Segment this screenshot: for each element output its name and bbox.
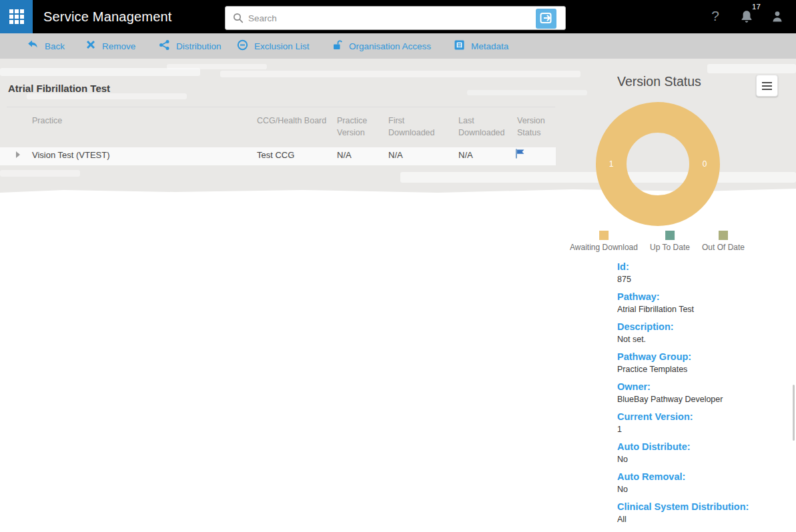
legend-item-up-to-date[interactable]: Up To Date [650, 231, 690, 252]
top-bar: Service Management ? 17 [0, 0, 796, 33]
toolbar-label: Remove [102, 41, 135, 51]
cell-last-downloaded: N/A [458, 150, 473, 160]
detail-label: Auto Distribute: [617, 441, 792, 453]
donut-slice-awaiting-download [611, 117, 705, 211]
distribution-button[interactable]: Distribution [159, 33, 222, 59]
column-header-last-downloaded: Last Downloaded [458, 115, 512, 139]
detail-value: All [617, 515, 792, 525]
legend-label: Up To Date [650, 243, 690, 252]
toolbar-label: Distribution [176, 41, 222, 51]
search-submit-button[interactable] [536, 9, 556, 29]
metadata-document-icon [454, 39, 465, 53]
search-icon [233, 13, 244, 26]
search-box [225, 6, 566, 30]
column-header-practice: Practice [32, 115, 165, 127]
donut-label-awaiting: 1 [609, 159, 614, 169]
legend-item-awaiting-download[interactable]: Awaiting Download [570, 231, 638, 252]
donut-label-up-to-date: 0 [703, 159, 707, 169]
panel-scrollbar[interactable] [793, 385, 795, 441]
toolbar-label: Organisation Access [349, 41, 431, 51]
open-padlock-icon [332, 39, 343, 53]
service-management-window: Service Management ? 17 [0, 0, 796, 532]
hamburger-icon [762, 82, 772, 83]
column-header-practice-version: Practice Version [337, 115, 378, 139]
action-toolbar: Back Remove Distribution Exclusion List … [0, 33, 796, 59]
texture-streak [0, 170, 80, 177]
cell-practice-version: N/A [337, 150, 352, 160]
share-icon [159, 39, 170, 53]
detail-value: 875 [617, 275, 792, 285]
app-launcher-button[interactable] [0, 0, 33, 33]
column-header-version-status: Version Status [517, 115, 556, 139]
minus-circle-icon [237, 39, 248, 53]
cell-practice: Vision Test (VTEST) [32, 150, 110, 160]
version-status-flag-icon[interactable] [515, 149, 525, 161]
back-button[interactable]: Back [27, 33, 65, 59]
column-header-first-downloaded: First Downloaded [388, 115, 442, 139]
waffle-grid-icon [9, 9, 24, 24]
toolbar-label: Metadata [471, 41, 508, 51]
legend-label: Out Of Date [702, 243, 745, 252]
chart-menu-button[interactable] [756, 75, 778, 97]
texture-streak [27, 93, 187, 99]
detail-value: BlueBay Pathway Developer [617, 395, 792, 405]
texture-streak [707, 64, 796, 73]
remove-button[interactable]: Remove [85, 33, 135, 59]
detail-label: Id: [617, 261, 792, 273]
version-status-donut-chart[interactable]: 1 0 [595, 101, 721, 227]
legend-item-out-of-date[interactable]: Out Of Date [702, 231, 745, 252]
remove-x-icon [85, 39, 96, 53]
metadata-button[interactable]: Metadata [454, 33, 508, 59]
row-expander-icon[interactable] [16, 151, 20, 158]
texture-streak [467, 90, 587, 95]
detail-label: Pathway Group: [617, 351, 792, 363]
legend-label: Awaiting Download [570, 243, 638, 252]
user-profile-icon[interactable] [771, 10, 784, 26]
pathway-details-list: Id: 875 Pathway: Atrial Fibrillation Tes… [617, 261, 792, 532]
table-header-divider [7, 107, 555, 107]
toolbar-label: Exclusion List [254, 41, 310, 51]
detail-value: Practice Templates [617, 365, 792, 375]
detail-label: Owner: [617, 381, 792, 393]
detail-label: Pathway: [617, 291, 792, 303]
notifications-bell-icon[interactable] [739, 9, 754, 27]
toolbar-label: Back [45, 41, 65, 51]
detail-label: Description: [617, 321, 792, 333]
notification-count-badge: 17 [752, 3, 761, 11]
legend-swatch [665, 231, 675, 240]
page-title: Atrial Fibrillation Test [8, 83, 110, 94]
cell-first-downloaded: N/A [388, 150, 403, 160]
texture-streak [167, 64, 267, 69]
panel-title: Version Status [617, 74, 701, 89]
back-icon [27, 39, 39, 53]
detail-label: Clinical System Distribution: [617, 501, 792, 513]
help-icon[interactable]: ? [709, 8, 722, 24]
detail-value: 1 [617, 425, 792, 435]
arrow-right-box-icon [540, 12, 553, 26]
column-header-ccg: CCG/Health Board [257, 115, 334, 127]
detail-label: Current Version: [617, 411, 792, 423]
search-input[interactable] [248, 7, 515, 29]
exclusion-list-button[interactable]: Exclusion List [237, 33, 310, 59]
detail-value: Atrial Fibrillation Test [617, 305, 792, 315]
app-title: Service Management [43, 0, 172, 33]
organisation-access-button[interactable]: Organisation Access [332, 33, 431, 59]
legend-swatch [719, 231, 728, 240]
detail-value: Not set. [617, 335, 792, 345]
detail-value: No [617, 455, 792, 465]
legend-swatch [599, 231, 609, 240]
texture-streak [220, 71, 580, 77]
detail-label: Auto Removal: [617, 471, 792, 483]
cell-ccg: Test CCG [257, 150, 294, 160]
detail-value: No [617, 485, 792, 495]
